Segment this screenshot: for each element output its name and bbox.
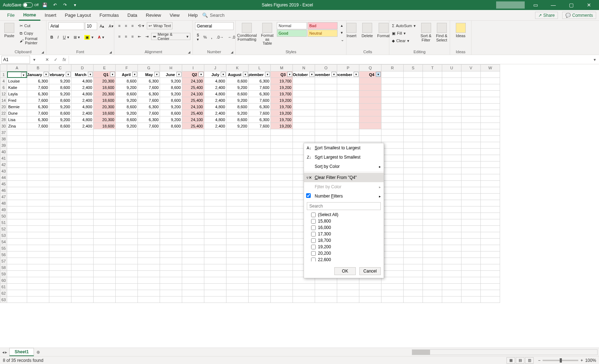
tell-me-search[interactable]: 🔍 Search — [202, 13, 225, 18]
col-head-Q[interactable]: Q — [359, 64, 381, 71]
col-head-O[interactable]: O — [315, 64, 337, 71]
cell-F50[interactable] — [116, 213, 138, 219]
cell-S62[interactable] — [404, 290, 423, 296]
cell-T4[interactable] — [423, 78, 442, 84]
cell-L28[interactable]: 6,300 — [249, 116, 271, 123]
row-head-45[interactable]: 45 — [0, 181, 7, 187]
cell-C51[interactable] — [49, 219, 71, 226]
cell-N6[interactable] — [293, 84, 315, 91]
cell-J47[interactable] — [204, 194, 226, 200]
cell-I49[interactable] — [182, 206, 204, 213]
cell-O30[interactable] — [315, 123, 337, 129]
cell-A62[interactable] — [7, 290, 27, 296]
cell-K59[interactable] — [226, 271, 249, 277]
cell-N30[interactable] — [293, 123, 315, 129]
cell-H60[interactable] — [160, 277, 182, 284]
cell-I48[interactable] — [182, 200, 204, 206]
cell-R49[interactable] — [381, 206, 404, 213]
cell-U62[interactable] — [442, 290, 461, 296]
cell-S53[interactable] — [404, 232, 423, 239]
cell-G56[interactable] — [138, 251, 160, 258]
filter-button-G[interactable]: ▾ — [154, 72, 159, 77]
cell-L20[interactable]: 6,300 — [249, 104, 271, 110]
cell-Q20[interactable] — [359, 104, 381, 110]
cell-E60[interactable] — [94, 277, 116, 284]
cell-K42[interactable] — [226, 161, 249, 168]
cell-V48[interactable] — [461, 200, 481, 206]
cell-W47[interactable] — [481, 194, 500, 200]
filter-button-F[interactable]: ▾ — [132, 72, 137, 77]
cell-M47[interactable] — [271, 194, 293, 200]
cell-W54[interactable] — [481, 239, 500, 245]
cell-I12[interactable]: 24,100 — [182, 91, 204, 97]
cell-U53[interactable] — [442, 232, 461, 239]
cell-W4[interactable] — [481, 78, 500, 84]
cell-U50[interactable] — [442, 213, 461, 219]
cell-F37[interactable] — [116, 129, 138, 136]
header-cell-I[interactable]: Q2▾ — [182, 71, 204, 78]
cell-B56[interactable] — [27, 251, 49, 258]
cell-K49[interactable] — [226, 206, 249, 213]
cell-M53[interactable] — [271, 232, 293, 239]
cell-D55[interactable] — [71, 245, 94, 251]
cell-M20[interactable]: 19,700 — [271, 104, 293, 110]
cell-R53[interactable] — [381, 232, 404, 239]
cell-J37[interactable] — [204, 129, 226, 136]
cell-D48[interactable] — [71, 200, 94, 206]
cell-L54[interactable] — [249, 239, 271, 245]
cell-B20[interactable]: 6,300 — [27, 104, 49, 110]
cell-W49[interactable] — [481, 206, 500, 213]
cell-V12[interactable] — [461, 91, 481, 97]
cell-J57[interactable] — [204, 258, 226, 264]
cell-C6[interactable]: 8,600 — [49, 84, 71, 91]
cell-G38[interactable] — [138, 136, 160, 142]
cell-E22[interactable]: 18,600 — [94, 110, 116, 116]
cell-V44[interactable] — [461, 174, 481, 181]
cell-F38[interactable] — [116, 136, 138, 142]
cell-Q63[interactable] — [359, 296, 381, 303]
cell-U44[interactable] — [442, 174, 461, 181]
cell-P63[interactable] — [337, 296, 359, 303]
cell-T30[interactable] — [423, 123, 442, 129]
cell-N12[interactable] — [293, 91, 315, 97]
cell-V60[interactable] — [461, 277, 481, 284]
cell-S60[interactable] — [404, 277, 423, 284]
cell-J12[interactable]: 4,800 — [204, 91, 226, 97]
cell-B38[interactable] — [27, 136, 49, 142]
cell-L52[interactable] — [249, 226, 271, 232]
row-head-12[interactable]: 12 — [0, 91, 7, 97]
cell-L47[interactable] — [249, 194, 271, 200]
col-head-E[interactable]: E — [94, 64, 116, 71]
cell-J63[interactable] — [204, 296, 226, 303]
cell-T37[interactable] — [423, 129, 442, 136]
cell-R37[interactable] — [381, 129, 404, 136]
col-head-S[interactable]: S — [404, 64, 423, 71]
cell-J46[interactable] — [204, 187, 226, 194]
row-head-20[interactable]: 20 — [0, 104, 7, 110]
row-head-53[interactable]: 53 — [0, 232, 7, 239]
cell-N62[interactable] — [293, 290, 315, 296]
cell-L51[interactable] — [249, 219, 271, 226]
cell-D58[interactable] — [71, 264, 94, 271]
zoom-out-icon[interactable]: − — [538, 358, 540, 363]
cell-M59[interactable] — [271, 271, 293, 277]
cell-I61[interactable] — [182, 284, 204, 290]
cell-R62[interactable] — [381, 290, 404, 296]
orientation-icon[interactable]: ⟲ ▾ — [136, 22, 146, 29]
cell-L62[interactable] — [249, 290, 271, 296]
cell-S48[interactable] — [404, 200, 423, 206]
cell-C45[interactable] — [49, 181, 71, 187]
redo-icon[interactable]: ↷ — [61, 1, 69, 9]
cell-J55[interactable] — [204, 245, 226, 251]
cell-A39[interactable] — [7, 142, 27, 149]
cell-F45[interactable] — [116, 181, 138, 187]
cell-I44[interactable] — [182, 174, 204, 181]
cell-K30[interactable]: 9,200 — [226, 123, 249, 129]
cell-J43[interactable] — [204, 168, 226, 174]
cell-K12[interactable]: 8,600 — [226, 91, 249, 97]
cell-U57[interactable] — [442, 258, 461, 264]
alignment-launcher-icon[interactable]: ◢ — [188, 50, 190, 54]
row-head-47[interactable]: 47 — [0, 194, 7, 200]
filter-value-item[interactable]: 17,300 — [311, 231, 381, 237]
cell-I45[interactable] — [182, 181, 204, 187]
